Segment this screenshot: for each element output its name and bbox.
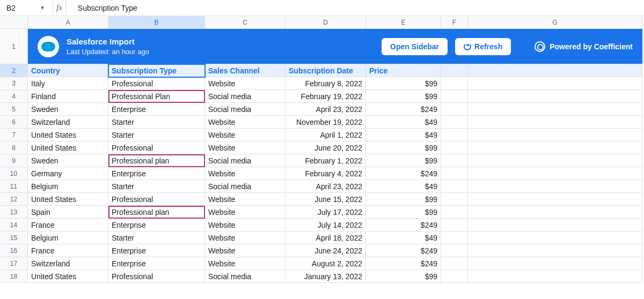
cell-price[interactable]: $99 [366, 90, 441, 103]
row-header[interactable]: 16 [0, 244, 28, 257]
cell[interactable] [468, 206, 642, 219]
cell-sales-channel[interactable]: Website [205, 77, 286, 90]
cell[interactable] [441, 231, 468, 244]
row-header[interactable]: 8 [0, 141, 28, 154]
row-header[interactable]: 18 [0, 270, 28, 283]
cell-subscription-type[interactable]: Enterprise [108, 167, 205, 180]
cell-price[interactable]: $249 [366, 257, 441, 270]
row-header[interactable]: 2 [0, 64, 28, 77]
column-header[interactable]: F [441, 16, 468, 29]
cell-price[interactable]: $49 [366, 180, 441, 193]
cell-subscription-date[interactable]: April 23, 2022 [286, 103, 366, 116]
cell[interactable] [441, 244, 468, 257]
cell[interactable] [441, 77, 468, 90]
cell-country[interactable]: United States [28, 141, 108, 154]
cell-sales-channel[interactable]: Social media [205, 180, 286, 193]
cell-subscription-date[interactable]: June 20, 2022 [286, 141, 366, 154]
cell-country[interactable]: Switzerland [28, 257, 108, 270]
cell-subscription-type[interactable]: Professional Plan [108, 90, 205, 103]
row-header[interactable]: 10 [0, 167, 28, 180]
cell-subscription-type[interactable]: Professional plan [108, 206, 205, 219]
column-header[interactable]: A [28, 16, 108, 29]
cell[interactable] [468, 231, 642, 244]
row-header[interactable]: 5 [0, 103, 28, 116]
cell-subscription-date[interactable]: April 18, 2022 [286, 231, 366, 244]
row-header[interactable]: 1 [0, 29, 28, 64]
cell[interactable] [441, 141, 468, 154]
cell[interactable] [441, 103, 468, 116]
column-header[interactable]: G [468, 16, 642, 29]
cell[interactable] [441, 64, 468, 77]
cell[interactable] [441, 90, 468, 103]
cell-price[interactable]: $49 [366, 231, 441, 244]
row-header[interactable]: 11 [0, 180, 28, 193]
cell-price[interactable]: $49 [366, 116, 441, 129]
cell[interactable] [468, 154, 642, 167]
cell[interactable] [468, 129, 642, 141]
header-sales-channel[interactable]: Sales Channel [205, 64, 286, 77]
cell-subscription-type[interactable]: Enterprise [108, 103, 205, 116]
cell-subscription-type[interactable]: Professional [108, 141, 205, 154]
cell-sales-channel[interactable]: Social media [205, 103, 286, 116]
cell[interactable] [468, 244, 642, 257]
cell-country[interactable]: Belgium [28, 180, 108, 193]
cell[interactable] [468, 90, 642, 103]
cell-sales-channel[interactable]: Website [205, 219, 286, 231]
open-sidebar-button[interactable]: Open Sidebar [382, 38, 448, 55]
cell-price[interactable]: $99 [366, 193, 441, 206]
cell[interactable] [441, 219, 468, 231]
cell-country[interactable]: Spain [28, 206, 108, 219]
cell-sales-channel[interactable]: Social media [205, 270, 286, 283]
cell-price[interactable]: $249 [366, 103, 441, 116]
cell-price[interactable]: $249 [366, 167, 441, 180]
row-header[interactable]: 15 [0, 231, 28, 244]
cell-subscription-date[interactable]: June 24, 2022 [286, 244, 366, 257]
cell-price[interactable]: $249 [366, 244, 441, 257]
cell[interactable] [468, 270, 642, 283]
cell-subscription-date[interactable]: June 15, 2022 [286, 193, 366, 206]
cell[interactable] [468, 64, 642, 77]
row-header[interactable]: 14 [0, 219, 28, 231]
cell-price[interactable]: $99 [366, 270, 441, 283]
cell[interactable] [468, 167, 642, 180]
cell-sales-channel[interactable]: Website [205, 231, 286, 244]
cell-subscription-date[interactable]: February 1, 2022 [286, 154, 366, 167]
cell[interactable] [441, 206, 468, 219]
cell-sales-channel[interactable]: Website [205, 116, 286, 129]
cell[interactable] [441, 167, 468, 180]
cell-subscription-date[interactable]: April 1, 2022 [286, 129, 366, 141]
row-header[interactable]: 4 [0, 90, 28, 103]
cell[interactable] [441, 257, 468, 270]
cell[interactable] [468, 103, 642, 116]
cell-price[interactable]: $49 [366, 129, 441, 141]
cell-price[interactable]: $99 [366, 154, 441, 167]
formula-input[interactable]: Subscription Type [71, 4, 640, 12]
cell-subscription-type[interactable]: Starter [108, 129, 205, 141]
cell[interactable] [441, 193, 468, 206]
cell-sales-channel[interactable]: Social media [205, 154, 286, 167]
cell-sales-channel[interactable]: Website [205, 244, 286, 257]
cell-country[interactable]: France [28, 219, 108, 231]
row-header[interactable]: 12 [0, 193, 28, 206]
cell-country[interactable]: United States [28, 129, 108, 141]
cell[interactable] [441, 180, 468, 193]
cell-subscription-date[interactable]: April 23, 2022 [286, 180, 366, 193]
cell-subscription-type[interactable]: Starter [108, 180, 205, 193]
cell-sales-channel[interactable]: Website [205, 167, 286, 180]
cell-sales-channel[interactable]: Website [205, 141, 286, 154]
cell-country[interactable]: Switzerland [28, 116, 108, 129]
row-header[interactable]: 17 [0, 257, 28, 270]
cell-price[interactable]: $99 [366, 206, 441, 219]
column-header[interactable]: B [108, 16, 205, 29]
cell-subscription-type[interactable]: Enterprise [108, 219, 205, 231]
row-header[interactable]: 9 [0, 154, 28, 167]
column-header[interactable]: E [366, 16, 441, 29]
cell-country[interactable]: Belgium [28, 231, 108, 244]
cell-country[interactable]: United States [28, 270, 108, 283]
cell-subscription-date[interactable]: November 19, 2022 [286, 116, 366, 129]
cell-subscription-date[interactable]: February 4, 2022 [286, 167, 366, 180]
cell-subscription-type[interactable]: Professional [108, 270, 205, 283]
cell[interactable] [468, 193, 642, 206]
cell-subscription-date[interactable]: February 8, 2022 [286, 77, 366, 90]
cell[interactable] [468, 219, 642, 231]
